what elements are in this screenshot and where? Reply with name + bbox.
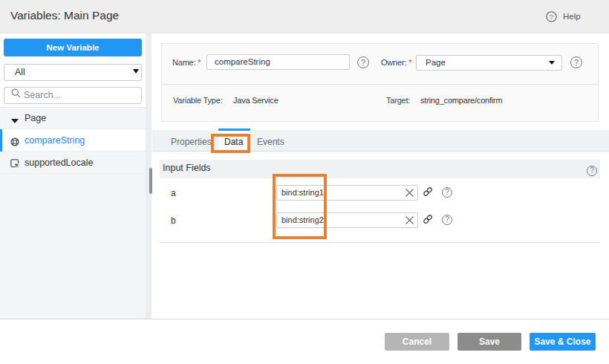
svg-text:?: ? bbox=[550, 13, 553, 21]
